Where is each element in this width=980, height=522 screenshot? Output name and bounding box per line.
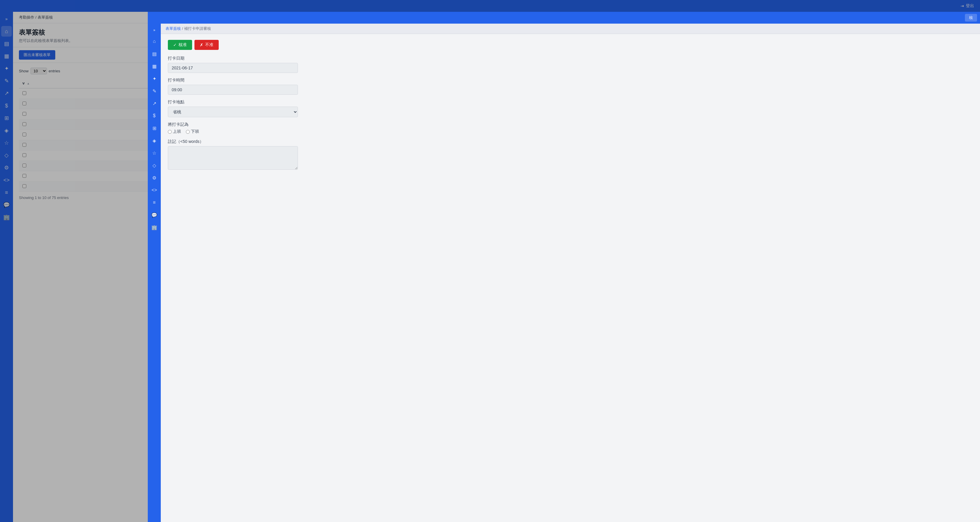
- clock-in-text: 上班: [173, 129, 181, 134]
- radio-clock-out-label[interactable]: 下班: [186, 129, 199, 134]
- modal-sidebar-chevron[interactable]: »: [149, 26, 159, 34]
- modal-sidebar-building[interactable]: 🏢: [149, 222, 159, 233]
- approve-check-icon: ✓: [173, 43, 177, 47]
- action-buttons: ✓ 核准 ✗ 不准: [168, 40, 973, 50]
- reject-button[interactable]: ✗ 不准: [194, 40, 219, 50]
- modal-sidebar-chart[interactable]: ↗: [149, 98, 159, 109]
- modal-sidebar-dollar[interactable]: $: [149, 110, 159, 121]
- modal-breadcrumb-current: 補打卡申請審核: [184, 26, 211, 31]
- modal-layout: » ⌂ ▤ ▦ ✦ ✎ ↗ $ ⊞ ◈ ☆ ◇ ⚙ <> ≡ 💬 🏢 表單簽核 …: [148, 24, 980, 522]
- radio-clock-in-label[interactable]: 上班: [168, 129, 181, 134]
- modal-sidebar-list[interactable]: ≡: [149, 197, 159, 208]
- reject-label: 不准: [205, 42, 213, 48]
- modal-breadcrumb: 表單簽核 / 補打卡申請審核: [161, 24, 980, 34]
- approve-button[interactable]: ✓ 核准: [168, 40, 192, 50]
- location-select[interactable]: 省桃 台北 台中 高雄: [168, 106, 298, 117]
- modal-panel: 核 » ⌂ ▤ ▦ ✦ ✎ ↗ $ ⊞ ◈ ☆ ◇ ⚙ <> ≡ 💬 🏢 表單簽…: [148, 12, 980, 522]
- modal-sidebar-calendar[interactable]: ▦: [149, 61, 159, 71]
- note-label: 註記（<50 words）: [168, 139, 973, 144]
- modal-sidebar-home[interactable]: ⌂: [149, 36, 159, 47]
- radio-clock-in[interactable]: [168, 130, 172, 134]
- modal-breadcrumb-parent[interactable]: 表單簽核: [165, 26, 181, 31]
- modal-sidebar-leaf[interactable]: ✦: [149, 73, 159, 84]
- modal-sidebar-star[interactable]: ☆: [149, 148, 159, 158]
- time-label: 打卡時間: [168, 78, 973, 83]
- modal-topbar-button[interactable]: 核: [965, 14, 977, 22]
- reject-x-icon: ✗: [200, 43, 203, 47]
- modal-main: 表單簽核 / 補打卡申請審核 ✓ 核准 ✗ 不准: [161, 24, 980, 522]
- modal-sidebar-grid[interactable]: ⊞: [149, 123, 159, 133]
- modal-sidebar-gear[interactable]: ⚙: [149, 173, 159, 183]
- clock-out-text: 下班: [191, 129, 199, 134]
- clock-type-section: 將打卡記為 上班 下班: [168, 122, 973, 134]
- modal-breadcrumb-separator: /: [182, 26, 184, 31]
- clock-type-label: 將打卡記為: [168, 122, 973, 127]
- modal-sidebar-chat[interactable]: 💬: [149, 209, 159, 220]
- time-field-section: 打卡時間: [168, 78, 973, 95]
- clock-type-radio-group: 上班 下班: [168, 129, 973, 134]
- date-label: 打卡日期: [168, 56, 973, 61]
- modal-sidebar-diamond[interactable]: ◇: [149, 160, 159, 171]
- date-field-section: 打卡日期: [168, 56, 973, 73]
- date-input[interactable]: [168, 63, 298, 73]
- modal-sidebar-tag[interactable]: ◈: [149, 135, 159, 146]
- radio-clock-out[interactable]: [186, 130, 190, 134]
- location-label: 打卡地點: [168, 100, 973, 105]
- location-field-section: 打卡地點 省桃 台北 台中 高雄: [168, 100, 973, 117]
- modal-sidebar-code[interactable]: <>: [149, 185, 159, 195]
- time-input[interactable]: [168, 85, 298, 95]
- approve-label: 核准: [178, 42, 187, 48]
- modal-sidebar-report[interactable]: ▤: [149, 48, 159, 59]
- modal-sidebar-edit[interactable]: ✎: [149, 86, 159, 96]
- note-textarea[interactable]: [168, 146, 298, 170]
- note-field-section: 註記（<50 words）: [168, 139, 973, 171]
- modal-body: ✓ 核准 ✗ 不准 打卡日期 打卡時間: [161, 34, 980, 522]
- modal-topbar: 核: [148, 12, 980, 24]
- modal-sidebar: » ⌂ ▤ ▦ ✦ ✎ ↗ $ ⊞ ◈ ☆ ◇ ⚙ <> ≡ 💬 🏢: [148, 24, 161, 522]
